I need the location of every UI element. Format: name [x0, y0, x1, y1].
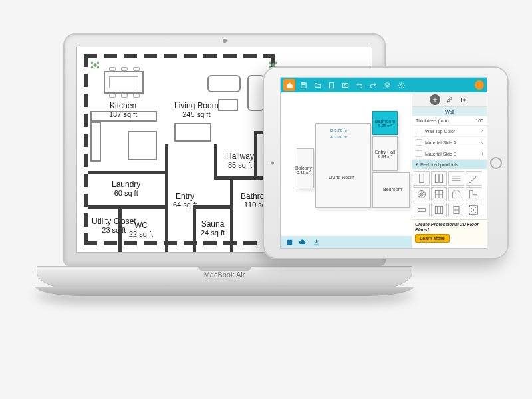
svg-point-6 — [269, 62, 272, 65]
product-palette — [412, 169, 487, 219]
wall-segment — [193, 205, 196, 253]
open-button[interactable] — [311, 79, 323, 91]
learn-more-button[interactable]: Learn More — [415, 234, 450, 243]
color-swatch[interactable] — [416, 150, 422, 157]
palette-window-arc[interactable] — [448, 187, 464, 201]
room-area: 64 sq ft — [173, 201, 197, 209]
save-button[interactable] — [297, 79, 309, 91]
palette-stairs-l[interactable] — [466, 187, 481, 201]
room-area: 22 sq ft — [129, 230, 153, 238]
svg-rect-12 — [329, 82, 333, 88]
new-button[interactable] — [325, 79, 337, 91]
wall-segment — [84, 54, 88, 245]
palette-door-double[interactable] — [431, 171, 447, 186]
room-area: 23 sq ft — [92, 226, 136, 234]
laptop-camera — [223, 39, 227, 43]
home-button[interactable] — [283, 79, 295, 91]
palette-stairs-straight[interactable] — [466, 171, 481, 186]
tablet-display: Balcony8.32 m² Living Room Bathroom5.98 … — [280, 77, 487, 249]
room-label-sauna: Sauna24 sq ft — [201, 220, 225, 237]
layers-button[interactable] — [381, 79, 393, 91]
svg-point-14 — [344, 84, 346, 86]
svg-rect-13 — [342, 83, 348, 87]
wall-segment — [84, 54, 275, 58]
palette-door-open[interactable] — [448, 203, 464, 217]
chevron-right-icon: › — [482, 129, 483, 134]
coffee-table — [218, 99, 238, 111]
plant-icon — [89, 59, 101, 71]
section-featured[interactable]: ▾ Featured products — [412, 160, 487, 169]
add-button[interactable] — [430, 94, 440, 105]
prop-material-b[interactable]: Material Side B › — [412, 148, 487, 160]
panel-tab-wall[interactable]: Wall — [412, 107, 487, 116]
footer-save-icon[interactable] — [285, 237, 294, 247]
tablet-home-button[interactable] — [490, 157, 502, 169]
room-area: 60 sq ft — [112, 189, 140, 197]
prop-thickness[interactable]: Thickness (mm) 100 — [412, 116, 487, 126]
svg-rect-21 — [440, 174, 443, 183]
room-label-entry: Entry64 sq ft — [173, 192, 197, 209]
svg-point-15 — [400, 84, 402, 86]
room-label-laundry: Laundry60 sq ft — [112, 180, 140, 197]
svg-rect-11 — [302, 82, 305, 84]
svg-point-2 — [97, 62, 100, 65]
svg-point-18 — [464, 99, 466, 101]
edit-button[interactable] — [444, 94, 455, 105]
record-indicator — [475, 80, 484, 90]
tablet-camera — [271, 162, 274, 165]
tablet-mockup: Balcony8.32 m² Living Room Bathroom5.98 … — [263, 66, 509, 259]
palette-wall[interactable] — [448, 171, 464, 186]
palette-window-grid[interactable] — [431, 203, 447, 217]
wall-segment — [84, 241, 275, 245]
svg-rect-16 — [287, 239, 291, 244]
chevron-right-icon: › — [482, 140, 483, 145]
footer-download-icon[interactable] — [311, 237, 321, 247]
laptop-base: MacBook Air — [37, 266, 412, 293]
prop-label: Thickness (mm) — [416, 118, 449, 123]
svg-rect-29 — [418, 209, 425, 212]
panel-toolbar — [412, 92, 487, 107]
prop-wall-top-color[interactable]: Wall Top Color › — [412, 126, 487, 137]
palette-floor[interactable] — [466, 203, 481, 217]
room-label: Living Room — [329, 175, 354, 180]
wall-segment — [118, 208, 122, 253]
palette-door[interactable] — [414, 171, 430, 186]
canvas-plan[interactable]: Balcony8.32 m² Living Room Bathroom5.98 … — [297, 108, 408, 231]
room-name: Kitchen — [110, 101, 136, 110]
canvas-footer — [281, 236, 412, 248]
camera-button[interactable] — [459, 94, 469, 105]
prop-label: Material Side B — [425, 152, 482, 156]
prop-value: 100 — [475, 118, 483, 123]
room-label: Entry Hall8.34 m² — [375, 150, 395, 158]
svg-point-1 — [91, 62, 94, 65]
undo-button[interactable] — [353, 79, 365, 91]
wall-segment — [193, 205, 233, 209]
canvas-area[interactable]: Balcony8.32 m² Living Room Bathroom5.98 … — [281, 92, 412, 248]
svg-rect-17 — [462, 98, 467, 102]
prop-material-a[interactable]: Material Side A › — [412, 137, 487, 148]
room-label: Bedroom — [383, 187, 402, 192]
room-label-kitchen: Kitchen187 sq ft — [109, 102, 137, 118]
footer-cloud-icon[interactable] — [298, 237, 307, 247]
room-label-utility: Utility Closet23 sq ft — [92, 217, 136, 234]
prop-label: Material Side A — [425, 140, 482, 145]
palette-window-slit[interactable] — [414, 203, 430, 217]
room-name: Sauna — [201, 219, 225, 229]
settings-button[interactable] — [395, 79, 407, 91]
laptop-notch — [198, 267, 251, 271]
promo-banner: Create Professional 2D Floor Plans! Lear… — [412, 219, 487, 245]
screenshot-button[interactable] — [339, 79, 351, 91]
room-label: Balcony8.32 m² — [295, 166, 312, 174]
redo-button[interactable] — [367, 79, 379, 91]
wall-segment — [165, 144, 168, 253]
wall-segment — [254, 131, 257, 176]
room-name: Hallway — [226, 152, 254, 161]
sofa — [207, 75, 241, 92]
room-area: 187 sq ft — [109, 110, 137, 118]
color-swatch[interactable] — [416, 139, 422, 146]
wall-segment — [88, 171, 168, 174]
palette-window[interactable] — [431, 187, 447, 201]
palette-stairs-spiral[interactable] — [414, 187, 430, 201]
room-label-wc: WC22 sq ft — [129, 221, 153, 238]
color-swatch[interactable] — [416, 128, 422, 134]
